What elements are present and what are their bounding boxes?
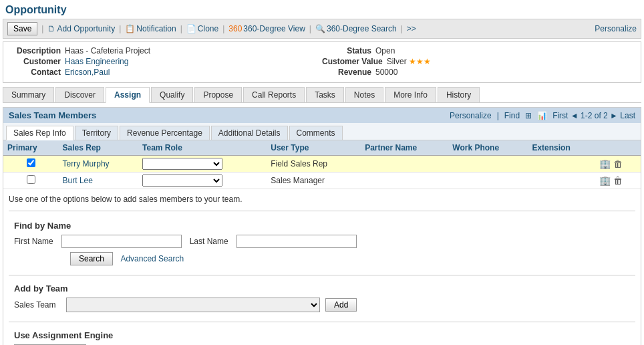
team-role-select-2[interactable] [142, 175, 222, 187]
customer-label: Customer [11, 57, 65, 66]
status-value: Open [375, 46, 395, 55]
divider-1 [9, 211, 635, 211]
add-team-section: Add by Team Sales Team Add [3, 279, 641, 318]
last-link[interactable]: Last [620, 111, 635, 120]
tab-propose[interactable]: Propose [194, 87, 242, 102]
col-work-phone: Work Phone [448, 140, 528, 156]
tab-qualify[interactable]: Qualify [151, 87, 193, 102]
edit-icon-1[interactable]: 🏢 [599, 158, 611, 169]
table-row: Terry Murphy Field Sales Rep 🏢 🗑 [3, 156, 641, 172]
notification-link[interactable]: 📋 Notification [125, 24, 176, 33]
sales-team-select[interactable] [66, 298, 320, 312]
toolbar-sep-2: | [119, 24, 121, 33]
assign-title: Use Assignment Engine [14, 330, 630, 340]
personalize-link[interactable]: Personalize [595, 24, 637, 33]
col-actions [595, 140, 641, 156]
sub-tab-sales-rep-info[interactable]: Sales Rep Info [6, 126, 73, 140]
tab-assign[interactable]: Assign [106, 87, 150, 103]
primary-cell [3, 156, 59, 172]
tab-notes[interactable]: Notes [345, 87, 383, 102]
table-row: Burt Lee Sales Manager 🏢 🗑 [3, 172, 641, 189]
contact-link[interactable]: Ericson,Paul [65, 68, 110, 77]
tab-history[interactable]: History [438, 87, 480, 102]
tab-summary[interactable]: Summary [3, 87, 54, 102]
add-button[interactable]: Add [325, 298, 357, 312]
add-info-text: Use one of the options below to add sale… [3, 189, 641, 207]
primary-checkbox-2[interactable] [27, 175, 35, 184]
divider-2 [9, 275, 635, 275]
search-360-link[interactable]: 🔍 360-Degree Search [315, 24, 397, 33]
col-team-role: Team Role [138, 140, 267, 156]
primary-checkbox-1[interactable] [27, 158, 35, 167]
section-personalize-link[interactable]: Personalize [450, 111, 492, 120]
team-role-select-1[interactable] [142, 158, 222, 170]
notification-icon: 📋 [125, 24, 135, 33]
tab-call-reports[interactable]: Call Reports [243, 87, 305, 102]
search-button[interactable]: Search [70, 252, 113, 265]
customer-link[interactable]: Haas Engineering [65, 57, 128, 66]
contact-label: Contact [11, 68, 65, 77]
primary-cell-2 [3, 172, 59, 189]
advanced-search-link[interactable]: Advanced Search [120, 254, 184, 263]
delete-icon-1[interactable]: 🗑 [613, 158, 623, 169]
tab-discover[interactable]: Discover [55, 87, 104, 102]
sub-tab-additional-details[interactable]: Additional Details [211, 126, 288, 140]
description-value: Haas - Cafeteria Project [65, 46, 150, 55]
status-label: Status [322, 46, 375, 55]
next-arrow[interactable]: ► [610, 111, 618, 120]
delete-icon-2[interactable]: 🗑 [613, 175, 623, 186]
sub-tab-territory[interactable]: Territory [75, 126, 118, 140]
clone-icon: 📄 [186, 24, 196, 33]
sales-team-label: Sales Team [14, 300, 61, 310]
last-name-input[interactable] [236, 235, 357, 248]
add-opportunity-link[interactable]: 🗋 Add Opportunity [47, 24, 115, 33]
prev-arrow[interactable]: ◄ [571, 111, 579, 120]
sub-tabs-bar: Sales Rep Info Territory Revenue Percent… [3, 123, 641, 140]
section-find-link[interactable]: Find [504, 111, 520, 120]
description-label: Description [11, 46, 65, 55]
clone-link[interactable]: 📄 Clone [186, 24, 218, 33]
user-type-cell-2: Sales Manager [267, 172, 361, 189]
sales-team-section: Sales Team Members Personalize | Find ⊞ … [3, 107, 641, 345]
toolbar-sep-4: | [222, 24, 224, 33]
page-title: Opportunity [0, 0, 644, 19]
team-role-cell-1 [138, 156, 267, 172]
sub-tab-comments[interactable]: Comments [289, 126, 343, 140]
tabs-bar: Summary Discover Assign Qualify Propose … [3, 87, 641, 103]
first-name-input[interactable] [61, 235, 182, 248]
view-360-icon: 360 [228, 24, 242, 33]
col-sales-rep: Sales Rep [59, 140, 138, 156]
first-link[interactable]: First [552, 111, 568, 120]
customer-value-value: Silver ★★★ [387, 57, 431, 66]
tab-tasks[interactable]: Tasks [306, 87, 344, 102]
actions-cell-2: 🏢 🗑 [595, 172, 641, 189]
revenue-value: 50000 [375, 68, 397, 77]
view-360-link[interactable]: 360 360-Degree View [228, 24, 305, 33]
sales-rep-link-1[interactable]: Terry Murphy [63, 159, 110, 168]
col-user-type: User Type [267, 140, 361, 156]
chart-icon: 📊 [537, 111, 547, 120]
more-link[interactable]: >> [407, 24, 416, 33]
save-button[interactable]: Save [7, 22, 37, 35]
edit-icon-2[interactable]: 🏢 [599, 175, 611, 186]
sub-tab-revenue-percentage[interactable]: Revenue Percentage [120, 126, 210, 140]
section-title: Sales Team Members [9, 110, 96, 120]
col-primary: Primary [3, 140, 59, 156]
sales-rep-table: Primary Sales Rep Team Role User Type Pa… [3, 140, 641, 189]
toolbar-sep-6: | [401, 24, 403, 33]
partner-name-cell-2 [361, 172, 448, 189]
add-opportunity-icon: 🗋 [47, 24, 55, 33]
extension-cell-1 [528, 156, 595, 172]
customer-value-label: Customer Value [322, 57, 387, 66]
col-extension: Extension [528, 140, 595, 156]
sales-rep-cell: Terry Murphy [59, 156, 138, 172]
actions-cell-1: 🏢 🗑 [595, 156, 641, 172]
add-team-title: Add by Team [14, 283, 630, 294]
sales-rep-link-2[interactable]: Burt Lee [63, 176, 93, 185]
stars-icon: ★★★ [409, 57, 431, 66]
toolbar-sep-1: | [41, 24, 43, 33]
pagination-label: First ◄ 1-2 of 2 ► Last [552, 111, 635, 120]
assign-section: Use Assignment Engine Find Sales Rep Vie… [3, 326, 641, 345]
tab-more-info[interactable]: More Info [385, 87, 436, 102]
section-header: Sales Team Members Personalize | Find ⊞ … [3, 108, 641, 123]
